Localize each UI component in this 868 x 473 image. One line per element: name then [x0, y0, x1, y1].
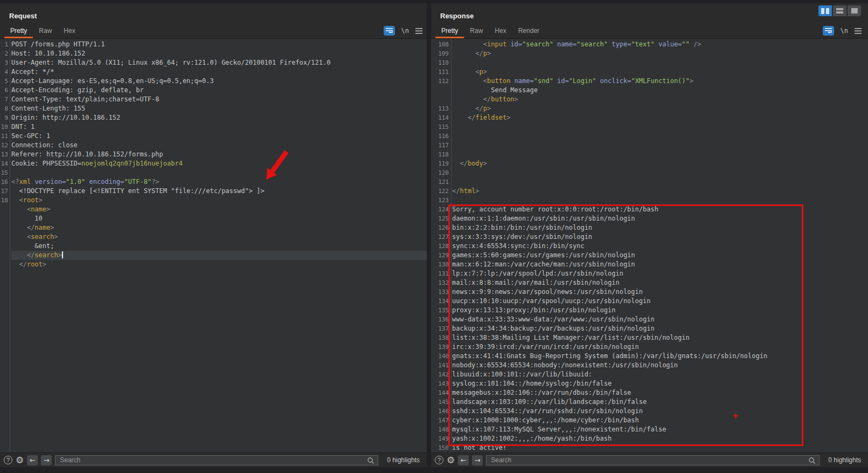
layout-single-button[interactable]	[848, 5, 861, 16]
prev-match-button[interactable]: ←	[27, 455, 38, 465]
line-number: 150	[431, 443, 449, 453]
code-line: 133news:x:9:9:news:/var/spool/news:/usr/…	[431, 287, 868, 297]
line-number: 13	[0, 150, 8, 159]
line-number: 116	[431, 132, 449, 141]
request-title: Request	[9, 12, 37, 20]
line-number: 121	[431, 177, 449, 187]
line-number: 126	[431, 223, 449, 232]
code-line: 146sshd:x:104:65534::/var/run/sshd:/usr/…	[431, 407, 868, 416]
code-line: 129games:x:5:60:games:/usr/games:/usr/sb…	[431, 251, 868, 260]
code-text: Accept: */*	[11, 67, 427, 77]
code-line: 122</html>	[431, 187, 868, 196]
line-number: 17	[0, 187, 8, 196]
line-number: 135	[431, 306, 449, 315]
line-number: 138	[431, 333, 449, 342]
code-line: 139irc:x:39:39:ircd:/var/run/ircd:/usr/s…	[431, 342, 868, 352]
line-number: 10	[0, 122, 8, 132]
code-text	[11, 168, 427, 177]
code-text: <name>	[11, 205, 427, 214]
line-number	[0, 260, 8, 269]
request-header: Request	[0, 3, 427, 24]
code-line: 112 <button name="snd" id="Login" onclic…	[431, 77, 868, 86]
line-number: 139	[431, 342, 449, 352]
line-number: 128	[431, 242, 449, 251]
line-number: 15	[0, 168, 8, 177]
line-number: 12	[0, 141, 8, 150]
tab-render[interactable]: Render	[512, 24, 545, 38]
code-text: list:x:38:38:Mailing List Manager:/var/l…	[452, 333, 868, 342]
tab-pretty[interactable]: Pretty	[4, 24, 33, 38]
code-line: 147cyber:x:1000:1000:cyber,,,:/home/cybe…	[431, 416, 868, 425]
code-line: 5Accept-Language: es-ES,es;q=0.8,en-US;q…	[0, 77, 427, 86]
code-line: 109 </p>	[431, 49, 868, 58]
code-line: 136www-data:x:33:33:www-data:/var/www:/u…	[431, 315, 868, 324]
gear-icon[interactable]: ⚙	[447, 456, 455, 465]
code-text: Content-Type: text/plain;charset=UTF-8	[11, 95, 427, 104]
code-text: Accept-Language: es-ES,es;q=0.8,en-US;q=…	[11, 77, 427, 86]
line-number: 124	[431, 205, 449, 214]
newline-toggle[interactable]: \n	[401, 27, 409, 35]
code-line: 10	[0, 214, 427, 223]
code-line: 12Connection: close	[0, 141, 427, 150]
line-number: 2	[0, 49, 8, 58]
code-line: 128sync:x:4:65534:sync:/bin:/bin/sync	[431, 242, 868, 251]
code-text	[452, 177, 868, 187]
line-number: 16	[0, 177, 8, 187]
line-number: 11	[0, 132, 8, 141]
line-number: 123	[431, 196, 449, 205]
line-number: 111	[431, 67, 449, 77]
code-line: 148mysql:x:107:113:MySQL Server,,,:/none…	[431, 425, 868, 434]
prev-match-button[interactable]: ←	[458, 455, 469, 465]
code-text: <?xml version="1.0" encoding="UTF-8"?>	[11, 177, 427, 187]
word-wrap-icon[interactable]	[384, 26, 395, 36]
response-editor[interactable]: 108 <input id="search" name="search" typ…	[431, 39, 868, 453]
code-line: 8Content-Length: 155	[0, 104, 427, 113]
request-search-input[interactable]	[55, 455, 378, 465]
response-title: Response	[440, 12, 474, 20]
line-number	[0, 205, 8, 214]
request-highlight-count: 0 highlights	[381, 456, 423, 464]
code-line: 16<?xml version="1.0" encoding="UTF-8"?>	[0, 177, 427, 187]
code-line: 15	[0, 168, 427, 177]
code-line: 149yash:x:1002:1002:,,,:/home/yash:/bin/…	[431, 434, 868, 443]
next-match-button[interactable]: →	[41, 455, 52, 465]
response-highlight-count: 0 highlights	[823, 456, 864, 464]
line-number	[0, 223, 8, 232]
help-icon[interactable]: ?	[435, 456, 443, 464]
code-line: 3User-Agent: Mozilla/5.0 (X11; Linux x86…	[0, 58, 427, 67]
response-search-bar: ? ⚙ ← → 0 highlights	[431, 453, 868, 467]
tab-hex[interactable]: Hex	[58, 24, 81, 38]
code-line: 10DNT: 1	[0, 122, 427, 132]
line-number: 146	[431, 407, 449, 416]
response-search-input[interactable]	[486, 455, 820, 465]
hamburger-menu-icon[interactable]	[855, 28, 862, 34]
code-line: 138list:x:38:38:Mailing List Manager:/va…	[431, 333, 868, 342]
newline-toggle[interactable]: \n	[841, 27, 848, 35]
gear-icon[interactable]: ⚙	[16, 456, 24, 465]
code-line: 142libuuid:x:100:101::/var/lib/libuuid:	[431, 370, 868, 379]
word-wrap-icon[interactable]	[823, 26, 834, 36]
line-number: 110	[431, 58, 449, 67]
help-icon[interactable]: ?	[4, 456, 12, 464]
code-line: 145landscape:x:103:109::/var/lib/landsca…	[431, 397, 868, 407]
tab-pretty[interactable]: Pretty	[435, 24, 464, 38]
hamburger-menu-icon[interactable]	[415, 28, 422, 34]
code-text: Host: 10.10.186.152	[11, 49, 427, 58]
layout-columns-button[interactable]	[818, 5, 832, 16]
burp-repeater-view: Request PrettyRawHex \n	[0, 0, 868, 473]
code-line: 111 <p>	[431, 67, 868, 77]
tab-raw[interactable]: Raw	[464, 24, 489, 38]
line-number: 115	[431, 122, 449, 132]
code-line: 1POST /forms.php HTTP/1.1	[0, 40, 427, 49]
line-number: 18	[0, 196, 8, 205]
next-match-button[interactable]: →	[472, 455, 483, 465]
code-text: </body>	[452, 159, 868, 168]
line-number: 131	[431, 269, 449, 278]
code-text: <button name="snd" id="Login" onclick="X…	[452, 77, 868, 86]
tab-hex[interactable]: Hex	[489, 24, 512, 38]
request-editor[interactable]: 1POST /forms.php HTTP/1.12Host: 10.10.18…	[0, 39, 427, 453]
tab-raw[interactable]: Raw	[33, 24, 58, 38]
code-line: 117	[431, 141, 868, 150]
code-text: Sec-GPC: 1	[11, 132, 427, 141]
layout-rows-button[interactable]	[833, 5, 846, 16]
